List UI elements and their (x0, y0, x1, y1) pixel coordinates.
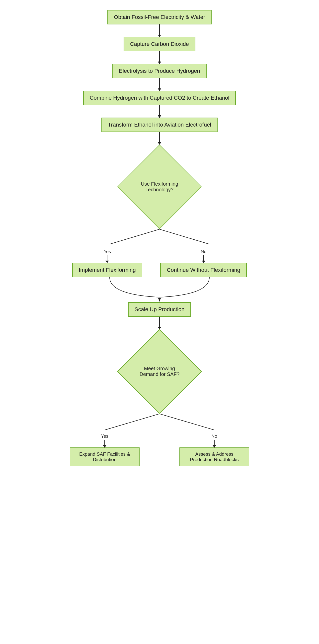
yes1-label: Yes (104, 249, 111, 254)
flowchart: Obtain Fossil-Free Electricity & Water C… (60, 0, 259, 644)
branch1-yes-box: Implement Flexiforming (72, 263, 142, 277)
step2-box: Capture Carbon Dioxide (124, 37, 196, 51)
arrow-2 (159, 51, 160, 64)
no1-arrow (203, 255, 204, 263)
yes2-label: Yes (101, 434, 108, 439)
svg-line-1 (160, 229, 209, 244)
arrow-4 (159, 105, 160, 118)
branch2-yes-label: Expand SAF Facilities & Distribution (79, 452, 130, 462)
svg-line-0 (110, 229, 160, 244)
step4-box: Combine Hydrogen with Captured CO2 to Cr… (83, 91, 236, 105)
step2-label: Capture Carbon Dioxide (130, 41, 189, 47)
step5-box: Transform Ethanol into Aviation Electrof… (102, 118, 218, 132)
branch2-no-box: Assess & Address Production Roadblocks (180, 448, 249, 466)
no1-label: No (200, 249, 206, 254)
arrow-1 (159, 24, 160, 37)
decision1-branch-svg (72, 229, 247, 249)
arrow-5 (159, 132, 160, 144)
step3-label: Electrolysis to Produce Hydrogen (119, 68, 200, 74)
step6-label: Scale Up Production (134, 306, 185, 312)
decision2-branch-svg (72, 414, 247, 434)
no2-arrow (214, 440, 214, 448)
decision2-text: Meet Growing Demand for SAF? (134, 363, 184, 380)
yes2-branch: Yes Expand SAF Facilities & Distribution (70, 434, 140, 466)
no1-branch: No Continue Without Flexiforming (160, 249, 247, 277)
decision1-branch-row: Yes Implement Flexiforming No Continue W… (72, 249, 247, 277)
branch1-no-box: Continue Without Flexiforming (160, 263, 247, 277)
merge-svg-1 (72, 277, 247, 302)
yes2-arrow (104, 440, 105, 448)
merge-section-1 (72, 277, 247, 302)
branch1-no-label: Continue Without Flexiforming (167, 267, 240, 273)
decision1-branch-lines (72, 229, 247, 249)
decision1-text: Use Flexiforming Technology? (134, 179, 184, 195)
yes1-branch: Yes Implement Flexiforming (72, 249, 142, 277)
yes1-arrow (107, 255, 108, 263)
svg-line-4 (160, 414, 214, 430)
arrow-3 (159, 78, 160, 91)
no2-branch: No Assess & Address Production Roadblock… (180, 434, 249, 466)
branch1-yes-label: Implement Flexiforming (79, 267, 136, 273)
decision1-diamond-container: Use Flexiforming Technology? (117, 144, 202, 229)
step5-label: Transform Ethanol into Aviation Electrof… (108, 122, 211, 128)
arrow-6 (159, 317, 160, 329)
decision2-branch-row: Yes Expand SAF Facilities & Distribution… (70, 434, 249, 466)
decision2-diamond-container: Meet Growing Demand for SAF? (117, 329, 202, 414)
branch2-yes-box: Expand SAF Facilities & Distribution (70, 448, 140, 466)
step6-box: Scale Up Production (128, 302, 191, 317)
no2-label: No (211, 434, 217, 439)
step3-box: Electrolysis to Produce Hydrogen (112, 64, 206, 78)
step1-label: Obtain Fossil-Free Electricity & Water (114, 14, 205, 20)
svg-line-3 (105, 414, 160, 430)
svg-marker-2 (158, 298, 161, 302)
step4-label: Combine Hydrogen with Captured CO2 to Cr… (90, 95, 229, 101)
step1-box: Obtain Fossil-Free Electricity & Water (108, 10, 212, 24)
decision2-branch-lines (72, 414, 247, 434)
branch2-no-label: Assess & Address Production Roadblocks (190, 452, 238, 462)
